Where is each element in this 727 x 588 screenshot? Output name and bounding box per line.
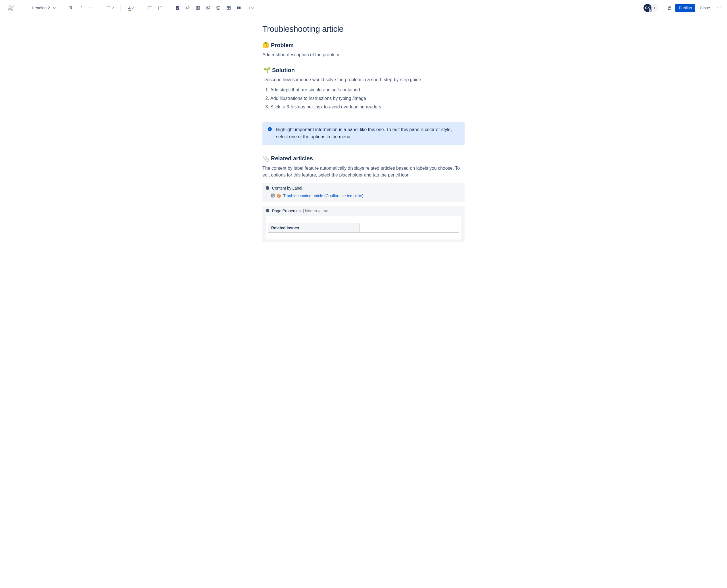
solution-heading-text: Solution: [272, 67, 295, 74]
bullet-list-button[interactable]: [145, 3, 155, 13]
confluence-logo: [7, 4, 15, 12]
info-panel-text[interactable]: Highlight important information in a pan…: [276, 126, 460, 141]
layouts-button[interactable]: [234, 3, 243, 13]
avatar-badge: C: [649, 9, 653, 13]
page-properties-macro[interactable]: Page Properties | hidden = true Related …: [262, 206, 465, 243]
toolbar-separator: [169, 4, 169, 12]
table-row: Related issues: [268, 223, 459, 232]
editor-toolbar: Heading 2 B I ··· A 123 @ + CK C + Publi…: [0, 0, 727, 16]
close-button[interactable]: Close: [696, 4, 713, 12]
svg-point-9: [217, 6, 220, 9]
more-actions-button[interactable]: ···: [714, 3, 724, 13]
emoji-button[interactable]: [214, 3, 223, 13]
list-item[interactable]: Add steps that are simple and self-conta…: [270, 87, 465, 93]
related-article-link[interactable]: Troubleshooting article (Confluence temp…: [283, 193, 363, 198]
svg-point-1: [148, 8, 149, 8]
problem-heading-text: Problem: [271, 42, 294, 48]
problem-description[interactable]: Add a short description of the problem.: [262, 51, 465, 58]
document-icon: [266, 186, 270, 191]
macro-header: Page Properties | hidden = true: [266, 209, 461, 213]
thinking-face-emoji: 🤔: [262, 42, 269, 48]
solution-steps[interactable]: Add steps that are simple and self-conta…: [270, 87, 465, 110]
svg-point-10: [218, 7, 218, 8]
properties-table[interactable]: Related issues: [268, 223, 459, 233]
svg-point-18: [269, 128, 270, 129]
svg-rect-13: [237, 6, 239, 9]
seedling-emoji: 🌱: [264, 67, 270, 74]
svg-rect-15: [668, 8, 671, 9]
publish-button[interactable]: Publish: [675, 4, 695, 12]
page-properties-body[interactable]: Related issues: [266, 216, 461, 239]
macro-title: Page Properties: [272, 209, 300, 213]
action-item-button[interactable]: [173, 3, 182, 13]
related-heading-text: Related articles: [271, 155, 313, 162]
solution-heading[interactable]: 🌱 Solution: [264, 67, 465, 74]
macro-header: Content by Label: [266, 186, 461, 191]
page-icon: [271, 193, 275, 198]
page-title[interactable]: Troubleshooting article: [262, 24, 465, 34]
toolbar-separator: [141, 4, 141, 12]
paperclip-emoji: 📎: [262, 155, 269, 162]
chevron-down-icon: [53, 6, 56, 10]
svg-point-2: [148, 9, 149, 9]
content-by-label-macro[interactable]: Content by Label 🎨 Troubleshooting artic…: [262, 183, 465, 202]
document-icon: [266, 209, 270, 213]
avatar-stack: CK C +: [644, 4, 658, 12]
problem-heading[interactable]: 🤔 Problem: [262, 42, 465, 48]
text-style-label: Heading 2: [32, 6, 50, 10]
macro-params: | hidden = true: [303, 209, 328, 213]
restrictions-button[interactable]: [665, 3, 674, 13]
image-button[interactable]: [194, 3, 202, 13]
toolbar-separator: [100, 4, 100, 12]
list-item[interactable]: Stick to 3-5 steps per task to avoid ove…: [270, 104, 465, 110]
svg-point-11: [219, 7, 219, 8]
property-value-cell[interactable]: [360, 223, 459, 232]
svg-rect-14: [239, 6, 241, 9]
numbered-list-button[interactable]: 123: [156, 3, 165, 13]
solution-intro[interactable]: Describe how someone would solve the pro…: [264, 76, 465, 83]
user-avatar[interactable]: CK C: [644, 4, 651, 12]
insert-menu-button[interactable]: +: [244, 3, 257, 13]
link-button[interactable]: [183, 3, 192, 13]
bold-button[interactable]: B: [66, 3, 75, 13]
mention-button[interactable]: @: [204, 3, 213, 13]
table-button[interactable]: [224, 3, 233, 13]
italic-button[interactable]: I: [76, 3, 85, 13]
svg-point-0: [148, 6, 149, 7]
related-description[interactable]: The content by label feature automatical…: [262, 165, 465, 178]
macro-result-item: 🎨 Troubleshooting article (Confluence te…: [271, 193, 461, 198]
info-icon: [267, 127, 272, 141]
palette-emoji: 🎨: [277, 193, 281, 198]
text-style-select[interactable]: Heading 2: [29, 4, 58, 12]
list-item[interactable]: Add illustrations to instructions by typ…: [270, 95, 465, 102]
alignment-button[interactable]: [104, 3, 117, 13]
svg-point-8: [197, 7, 198, 8]
macro-title: Content by Label: [272, 186, 302, 190]
related-heading[interactable]: 📎 Related articles: [262, 155, 465, 162]
more-formatting-button[interactable]: ···: [87, 3, 96, 13]
text-color-button[interactable]: A: [125, 3, 137, 13]
svg-text:3: 3: [158, 8, 159, 10]
svg-rect-17: [269, 129, 270, 130]
toolbar-separator: [120, 4, 121, 12]
info-panel[interactable]: Highlight important information in a pan…: [262, 122, 465, 145]
editor-content[interactable]: Troubleshooting article 🤔 Problem Add a …: [261, 24, 466, 243]
property-name-cell[interactable]: Related issues: [268, 223, 360, 232]
